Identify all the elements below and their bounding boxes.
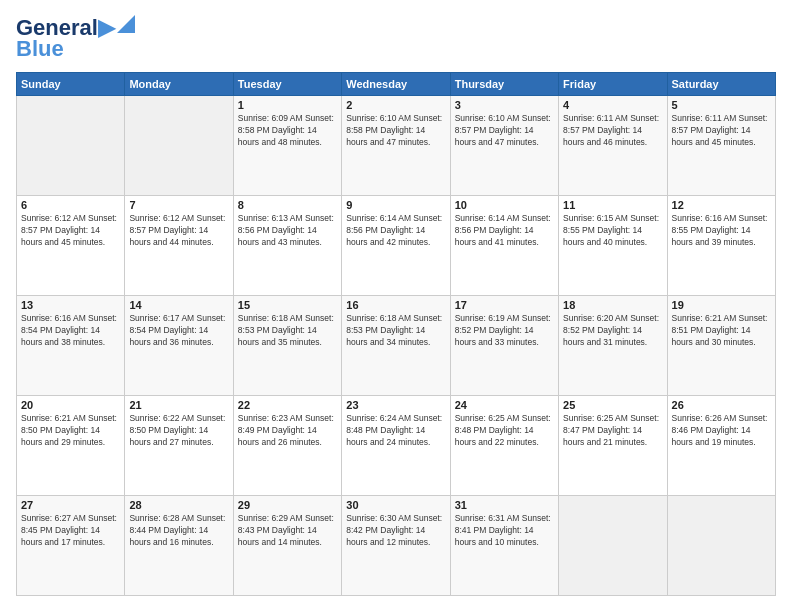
logo: General▶ Blue [16,16,135,62]
day-number: 2 [346,99,445,111]
day-number: 14 [129,299,228,311]
page: General▶ Blue SundayMondayTuesdayWednesd… [0,0,792,612]
day-number: 31 [455,499,554,511]
day-header-thursday: Thursday [450,73,558,96]
day-info: Sunrise: 6:10 AM Sunset: 8:57 PM Dayligh… [455,113,554,149]
day-number: 17 [455,299,554,311]
day-info: Sunrise: 6:15 AM Sunset: 8:55 PM Dayligh… [563,213,662,249]
day-number: 1 [238,99,337,111]
day-header-friday: Friday [559,73,667,96]
day-info: Sunrise: 6:29 AM Sunset: 8:43 PM Dayligh… [238,513,337,549]
calendar-cell: 2Sunrise: 6:10 AM Sunset: 8:58 PM Daylig… [342,96,450,196]
calendar-cell: 15Sunrise: 6:18 AM Sunset: 8:53 PM Dayli… [233,296,341,396]
calendar-cell [667,496,775,596]
calendar-cell: 30Sunrise: 6:30 AM Sunset: 8:42 PM Dayli… [342,496,450,596]
day-info: Sunrise: 6:18 AM Sunset: 8:53 PM Dayligh… [346,313,445,349]
day-number: 18 [563,299,662,311]
day-info: Sunrise: 6:28 AM Sunset: 8:44 PM Dayligh… [129,513,228,549]
logo-icon [117,15,135,33]
day-info: Sunrise: 6:16 AM Sunset: 8:55 PM Dayligh… [672,213,771,249]
week-row-5: 27Sunrise: 6:27 AM Sunset: 8:45 PM Dayli… [17,496,776,596]
calendar-cell: 25Sunrise: 6:25 AM Sunset: 8:47 PM Dayli… [559,396,667,496]
day-info: Sunrise: 6:14 AM Sunset: 8:56 PM Dayligh… [346,213,445,249]
calendar-cell: 28Sunrise: 6:28 AM Sunset: 8:44 PM Dayli… [125,496,233,596]
week-row-1: 1Sunrise: 6:09 AM Sunset: 8:58 PM Daylig… [17,96,776,196]
day-number: 8 [238,199,337,211]
calendar-cell: 13Sunrise: 6:16 AM Sunset: 8:54 PM Dayli… [17,296,125,396]
day-header-wednesday: Wednesday [342,73,450,96]
calendar-cell: 22Sunrise: 6:23 AM Sunset: 8:49 PM Dayli… [233,396,341,496]
calendar-cell: 31Sunrise: 6:31 AM Sunset: 8:41 PM Dayli… [450,496,558,596]
calendar-cell: 10Sunrise: 6:14 AM Sunset: 8:56 PM Dayli… [450,196,558,296]
calendar-cell: 4Sunrise: 6:11 AM Sunset: 8:57 PM Daylig… [559,96,667,196]
calendar-cell: 6Sunrise: 6:12 AM Sunset: 8:57 PM Daylig… [17,196,125,296]
svg-marker-0 [117,15,135,33]
day-info: Sunrise: 6:11 AM Sunset: 8:57 PM Dayligh… [672,113,771,149]
day-number: 25 [563,399,662,411]
day-info: Sunrise: 6:23 AM Sunset: 8:49 PM Dayligh… [238,413,337,449]
calendar-cell: 21Sunrise: 6:22 AM Sunset: 8:50 PM Dayli… [125,396,233,496]
calendar-cell: 27Sunrise: 6:27 AM Sunset: 8:45 PM Dayli… [17,496,125,596]
calendar-cell: 18Sunrise: 6:20 AM Sunset: 8:52 PM Dayli… [559,296,667,396]
day-info: Sunrise: 6:19 AM Sunset: 8:52 PM Dayligh… [455,313,554,349]
day-info: Sunrise: 6:24 AM Sunset: 8:48 PM Dayligh… [346,413,445,449]
day-number: 10 [455,199,554,211]
day-info: Sunrise: 6:09 AM Sunset: 8:58 PM Dayligh… [238,113,337,149]
day-number: 26 [672,399,771,411]
week-row-3: 13Sunrise: 6:16 AM Sunset: 8:54 PM Dayli… [17,296,776,396]
day-number: 29 [238,499,337,511]
day-info: Sunrise: 6:16 AM Sunset: 8:54 PM Dayligh… [21,313,120,349]
day-info: Sunrise: 6:21 AM Sunset: 8:51 PM Dayligh… [672,313,771,349]
day-number: 9 [346,199,445,211]
day-info: Sunrise: 6:14 AM Sunset: 8:56 PM Dayligh… [455,213,554,249]
day-info: Sunrise: 6:11 AM Sunset: 8:57 PM Dayligh… [563,113,662,149]
day-number: 27 [21,499,120,511]
calendar-cell [125,96,233,196]
calendar-cell: 7Sunrise: 6:12 AM Sunset: 8:57 PM Daylig… [125,196,233,296]
calendar-cell: 23Sunrise: 6:24 AM Sunset: 8:48 PM Dayli… [342,396,450,496]
calendar-cell: 1Sunrise: 6:09 AM Sunset: 8:58 PM Daylig… [233,96,341,196]
day-info: Sunrise: 6:18 AM Sunset: 8:53 PM Dayligh… [238,313,337,349]
day-number: 24 [455,399,554,411]
day-info: Sunrise: 6:17 AM Sunset: 8:54 PM Dayligh… [129,313,228,349]
day-info: Sunrise: 6:12 AM Sunset: 8:57 PM Dayligh… [21,213,120,249]
calendar-cell: 20Sunrise: 6:21 AM Sunset: 8:50 PM Dayli… [17,396,125,496]
week-row-4: 20Sunrise: 6:21 AM Sunset: 8:50 PM Dayli… [17,396,776,496]
day-number: 16 [346,299,445,311]
day-number: 28 [129,499,228,511]
calendar-cell: 11Sunrise: 6:15 AM Sunset: 8:55 PM Dayli… [559,196,667,296]
calendar-cell: 14Sunrise: 6:17 AM Sunset: 8:54 PM Dayli… [125,296,233,396]
day-info: Sunrise: 6:13 AM Sunset: 8:56 PM Dayligh… [238,213,337,249]
calendar-cell [559,496,667,596]
day-number: 6 [21,199,120,211]
day-number: 30 [346,499,445,511]
day-number: 19 [672,299,771,311]
calendar-cell: 16Sunrise: 6:18 AM Sunset: 8:53 PM Dayli… [342,296,450,396]
header: General▶ Blue [16,16,776,62]
day-header-tuesday: Tuesday [233,73,341,96]
day-number: 20 [21,399,120,411]
day-info: Sunrise: 6:27 AM Sunset: 8:45 PM Dayligh… [21,513,120,549]
day-info: Sunrise: 6:25 AM Sunset: 8:47 PM Dayligh… [563,413,662,449]
week-row-2: 6Sunrise: 6:12 AM Sunset: 8:57 PM Daylig… [17,196,776,296]
day-header-sunday: Sunday [17,73,125,96]
day-info: Sunrise: 6:30 AM Sunset: 8:42 PM Dayligh… [346,513,445,549]
day-header-saturday: Saturday [667,73,775,96]
day-info: Sunrise: 6:25 AM Sunset: 8:48 PM Dayligh… [455,413,554,449]
day-header-monday: Monday [125,73,233,96]
day-number: 11 [563,199,662,211]
calendar-cell: 17Sunrise: 6:19 AM Sunset: 8:52 PM Dayli… [450,296,558,396]
calendar: SundayMondayTuesdayWednesdayThursdayFrid… [16,72,776,596]
day-info: Sunrise: 6:10 AM Sunset: 8:58 PM Dayligh… [346,113,445,149]
calendar-cell [17,96,125,196]
day-info: Sunrise: 6:26 AM Sunset: 8:46 PM Dayligh… [672,413,771,449]
calendar-cell: 29Sunrise: 6:29 AM Sunset: 8:43 PM Dayli… [233,496,341,596]
day-number: 15 [238,299,337,311]
calendar-cell: 3Sunrise: 6:10 AM Sunset: 8:57 PM Daylig… [450,96,558,196]
day-info: Sunrise: 6:12 AM Sunset: 8:57 PM Dayligh… [129,213,228,249]
calendar-cell: 24Sunrise: 6:25 AM Sunset: 8:48 PM Dayli… [450,396,558,496]
day-number: 3 [455,99,554,111]
logo-blue: ▶ [98,15,115,40]
day-number: 12 [672,199,771,211]
calendar-cell: 5Sunrise: 6:11 AM Sunset: 8:57 PM Daylig… [667,96,775,196]
